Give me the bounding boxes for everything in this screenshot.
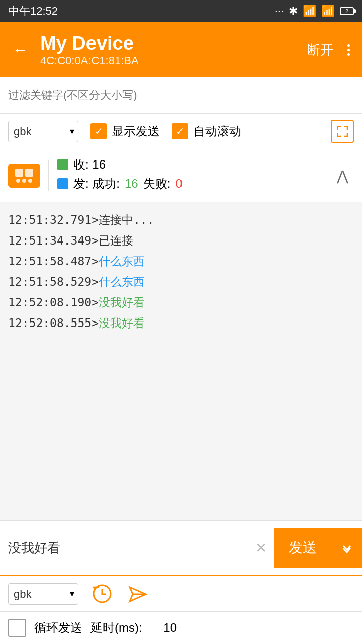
show-send-checkbox[interactable]: ✓ xyxy=(90,123,107,139)
loop-send-label: 循环发送 xyxy=(34,620,82,636)
show-send-label: 显示发送 xyxy=(112,123,160,139)
send-history-button[interactable] xyxy=(126,582,149,605)
send-fail-prefix: 失败: xyxy=(143,176,171,192)
stats-info: 收: 16 发: 成功: 16 失败: 0 xyxy=(57,156,323,195)
log-text: 什么东西 xyxy=(99,252,145,271)
log-entry: 12:52:08.555> 没我好看 xyxy=(8,313,354,333)
device-address: 4C:C0:0A:C1:81:BA xyxy=(40,54,299,67)
recv-stat: 收: 16 xyxy=(57,156,323,173)
network-icon: 📶 xyxy=(303,5,316,18)
log-entry: 12:51:58.487> 什么东西 xyxy=(8,252,354,271)
send-indicator xyxy=(57,178,68,189)
status-icons: ··· ✱ 📶 📶 2 xyxy=(275,5,354,18)
status-bar: 中午12:52 ··· ✱ 📶 📶 2 xyxy=(0,0,362,22)
recv-indicator xyxy=(57,159,68,170)
log-time: 12:52:08.555> xyxy=(8,313,99,333)
log-entry: 12:52:08.190> 没我好看 xyxy=(8,293,354,312)
bottom-tools: gbk utf-8 ascii xyxy=(0,576,362,612)
disconnect-button[interactable]: 断开 xyxy=(307,41,333,59)
log-entry: 12:51:32.791> 连接中... xyxy=(8,210,354,230)
log-time: 12:51:58.487> xyxy=(8,252,99,271)
log-time: 12:51:34.349> xyxy=(8,231,99,251)
auto-scroll-label: 自动滚动 xyxy=(193,123,241,139)
more-button[interactable] xyxy=(343,40,354,60)
stats-divider xyxy=(48,160,49,191)
log-time: 12:51:32.791> xyxy=(8,210,99,230)
expand-button[interactable] xyxy=(331,120,354,143)
send-success-count: 16 xyxy=(125,177,138,191)
log-area: 12:51:32.791> 连接中...12:51:34.349> 已连接12:… xyxy=(0,202,362,454)
auto-scroll-checkbox[interactable]: ✓ xyxy=(172,123,188,139)
log-text: 已连接 xyxy=(99,231,133,251)
send-stat: 发: 成功: 16 失败: 0 xyxy=(57,176,323,192)
header: ← My Device 4C:C0:0A:C1:81:BA 断开 xyxy=(0,22,362,77)
collapse-input-button[interactable] xyxy=(332,528,362,568)
log-text: 没我好看 xyxy=(99,313,145,333)
input-row: ✕ 发送 xyxy=(0,521,362,576)
clear-input-button[interactable]: ✕ xyxy=(248,535,274,560)
loop-send-checkbox[interactable] xyxy=(8,619,26,637)
controls-bar: gbk utf-8 ascii ✓ 显示发送 ✓ 自动滚动 xyxy=(0,114,362,149)
bluetooth-icon: ✱ xyxy=(289,5,298,18)
delay-label: 延时(ms): xyxy=(90,620,142,636)
collapse-button[interactable]: ⋀ xyxy=(331,164,354,187)
device-info: My Device 4C:C0:0A:C1:81:BA xyxy=(40,33,299,67)
bottom-area: ✕ 发送 gbk utf-8 ascii xyxy=(0,520,362,644)
history-button[interactable] xyxy=(90,582,114,605)
encoding-select-wrapper: gbk utf-8 ascii xyxy=(8,121,78,142)
send-button[interactable]: 发送 xyxy=(274,528,332,568)
log-entry: 12:51:58.529> 什么东西 xyxy=(8,272,354,292)
filter-bar xyxy=(0,77,362,114)
log-time: 12:52:08.190> xyxy=(8,293,99,312)
bottom-encoding-select[interactable]: gbk utf-8 ascii xyxy=(8,583,78,605)
send-fail-count: 0 xyxy=(175,177,182,191)
show-send-group: ✓ 显示发送 xyxy=(90,123,160,139)
wifi-icon: 📶 xyxy=(321,5,335,18)
header-actions: 断开 xyxy=(307,40,354,60)
stats-controls-button[interactable] xyxy=(8,164,40,188)
signal-icon: ··· xyxy=(275,5,284,18)
log-time: 12:51:58.529> xyxy=(8,272,99,292)
delay-input[interactable] xyxy=(150,621,191,635)
log-text: 没我好看 xyxy=(99,293,145,312)
bottom-encoding-wrapper: gbk utf-8 ascii xyxy=(8,583,78,605)
send-prefix: 发: 成功: xyxy=(73,176,120,192)
loop-row: 循环发送 延时(ms): xyxy=(0,612,362,644)
message-input[interactable] xyxy=(8,538,248,558)
stats-bar: 收: 16 发: 成功: 16 失败: 0 ⋀ xyxy=(0,149,362,202)
device-name: My Device xyxy=(40,33,299,54)
auto-scroll-group: ✓ 自动滚动 xyxy=(172,123,241,139)
filter-input[interactable] xyxy=(8,85,354,106)
log-text: 什么东西 xyxy=(99,272,145,292)
log-text: 连接中... xyxy=(99,210,154,230)
encoding-select[interactable]: gbk utf-8 ascii xyxy=(8,121,78,142)
status-time: 中午12:52 xyxy=(8,4,58,19)
recv-label: 收: 16 xyxy=(73,156,106,173)
log-entry: 12:51:34.349> 已连接 xyxy=(8,231,354,251)
back-button[interactable]: ← xyxy=(8,37,32,63)
battery-icon: 2 xyxy=(340,7,354,15)
